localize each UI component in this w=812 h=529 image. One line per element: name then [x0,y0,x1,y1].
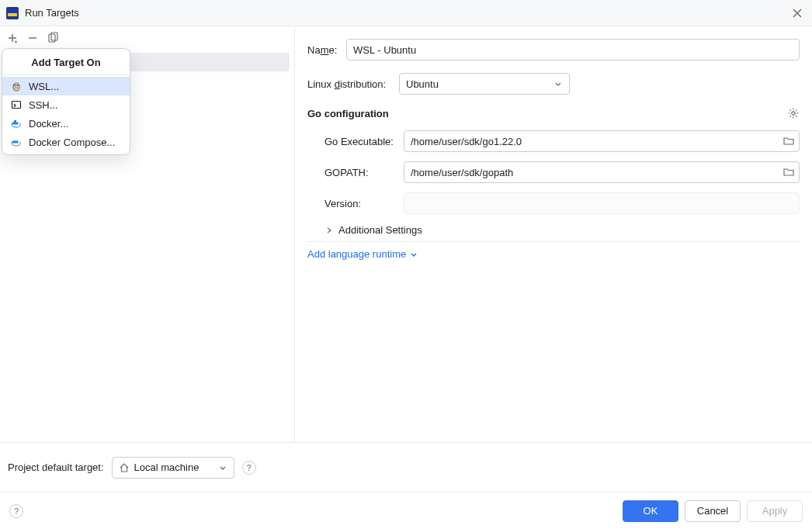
sidebar-toolbar [0,26,294,50]
add-target-popup: Add Target On WSL... SSH... [2,48,130,155]
svg-point-3 [15,85,16,85]
go-executable-input[interactable] [404,130,800,152]
copy-target-button[interactable] [47,32,59,44]
svg-point-4 [17,85,18,85]
project-default-target-combo[interactable]: Local machine [112,457,234,479]
project-default-target-value: Local machine [134,462,200,473]
ok-button[interactable]: OK [623,500,678,522]
dialog-title: Run Targets [25,7,79,19]
name-label: Name: [307,44,346,56]
terminal-icon [10,99,23,111]
browse-folder-icon[interactable] [783,166,795,178]
popup-item-ssh[interactable]: SSH... [2,95,130,114]
version-field [404,192,800,214]
svg-rect-9 [15,121,16,123]
add-language-runtime-label: Add language runtime [307,248,406,260]
docker-icon [10,117,23,130]
gopath-input[interactable] [404,161,800,183]
name-input[interactable] [346,39,800,61]
home-icon [119,462,130,473]
chevron-right-icon [324,226,334,235]
svg-rect-12 [16,141,18,143]
project-default-target-row: Project default target: Local machine ? [0,442,812,492]
additional-settings-expander[interactable]: Additional Settings [307,223,800,242]
svg-point-13 [792,112,795,115]
version-label: Version: [324,198,404,209]
dialog-button-row: ? OK Cancel Apply [0,492,812,529]
chevron-down-icon [218,463,227,472]
svg-rect-7 [15,123,16,124]
go-configuration-section-title: Go configuration [307,108,389,119]
add-target-button[interactable] [6,32,19,44]
cancel-button[interactable]: Cancel [685,500,741,522]
svg-point-2 [13,83,19,91]
dialog-help-icon[interactable]: ? [9,504,23,518]
svg-rect-6 [12,123,14,124]
chevron-down-icon [409,250,418,259]
chevron-down-icon [553,79,563,88]
popup-item-label: Docker Compose... [29,137,115,148]
target-details-panel: Name: Linux distribution: Ubuntu Go conf… [295,26,812,442]
popup-item-label: WSL... [29,81,59,92]
popup-separator [2,74,130,75]
add-language-runtime-link[interactable]: Add language runtime [307,248,800,260]
popup-item-label: SSH... [29,99,58,111]
project-default-target-help-icon[interactable]: ? [242,461,256,475]
project-default-target-label: Project default target: [8,462,104,473]
linux-distribution-label: Linux distribution: [307,78,399,90]
close-icon[interactable] [792,8,803,19]
penguin-icon [10,80,23,92]
popup-item-label: Docker... [29,118,68,130]
popup-item-wsl[interactable]: WSL... [2,77,130,95]
dialog-titlebar: Run Targets [0,0,812,26]
popup-header: Add Target On [2,52,130,73]
linux-distribution-value: Ubuntu [406,78,439,90]
svg-rect-8 [16,123,18,124]
svg-rect-11 [15,141,16,143]
remove-target-button[interactable] [26,32,39,44]
gear-icon[interactable] [787,107,800,119]
linux-distribution-select[interactable]: Ubuntu [399,73,570,95]
goland-app-icon [6,7,19,19]
popup-item-docker[interactable]: Docker... [2,114,130,133]
svg-rect-10 [12,141,14,143]
svg-rect-5 [12,102,21,109]
popup-item-docker-compose[interactable]: Docker Compose... [2,133,130,151]
additional-settings-label: Additional Settings [338,224,422,236]
go-executable-label: Go Executable: [324,136,404,147]
gopath-label: GOPATH: [324,167,404,178]
docker-compose-icon [10,136,23,148]
browse-folder-icon[interactable] [783,135,795,147]
apply-button[interactable]: Apply [747,500,803,522]
